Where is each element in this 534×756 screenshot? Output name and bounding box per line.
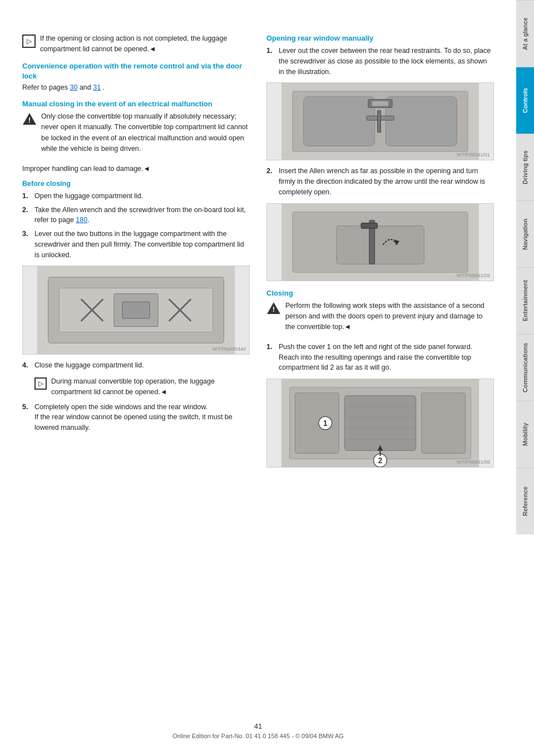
tab-entertainment[interactable]: Entertainment: [516, 267, 534, 334]
rear-window-img-label-2: WT/P00041/05: [457, 273, 490, 278]
step4-container: 4. Close the luggage compartment lid.: [22, 360, 250, 371]
svg-rect-29: [295, 393, 339, 454]
content-columns: If the opening or closing action is not …: [22, 33, 494, 473]
ref-link-180[interactable]: 180: [76, 216, 87, 224]
list-item: 3. Lever out the two buttons in the lugg…: [22, 229, 250, 260]
svg-rect-16: [378, 111, 381, 132]
rear-window-image-2: WT/P00041/05: [266, 203, 494, 281]
svg-rect-14: [385, 97, 457, 146]
closing-image: 1 2 WT/P00041/06: [266, 379, 494, 468]
list-item: 1. Open the luggage compartment lid.: [22, 191, 250, 202]
closing-img-label: WT/P00041/06: [457, 459, 490, 465]
sidebar-tabs: At a glance Controls Driving tips Naviga…: [516, 0, 534, 756]
rear-window-img-label-1: WT/P00041/01: [457, 152, 490, 158]
convenience-heading: Convenience operation with the remote co…: [22, 61, 250, 81]
before-closing-section: Before closing 1. Open the luggage compa…: [22, 180, 250, 261]
list-item: 1. Push the cover 1 on the left and righ…: [266, 342, 494, 373]
opening-rear-window-heading: Opening rear window manually: [266, 33, 494, 43]
warning-box-1: ! Only close the convertible top manuall…: [22, 111, 250, 159]
closing-steps-list: 1. Push the cover 1 on the left and righ…: [266, 342, 494, 373]
step5-text: Completely open the side windows and the…: [34, 402, 250, 433]
svg-text:2: 2: [378, 456, 383, 465]
tab-controls[interactable]: Controls: [516, 67, 534, 134]
tab-driving-tips[interactable]: Driving tips: [516, 134, 534, 200]
list-item: 2. Insert the Allen wrench as far as pos…: [266, 166, 494, 197]
notice-text-1: If the opening or closing action is not …: [40, 33, 250, 55]
svg-text:!: !: [28, 116, 31, 124]
list-item: 2. Take the Allen wrench and the screwdr…: [22, 205, 250, 226]
svg-text:1: 1: [323, 419, 328, 428]
ref-text: Refer to pages 30 and 31 .: [22, 84, 250, 91]
warning-box-closing: ! Perform the following work steps with …: [266, 301, 494, 337]
tab-reference[interactable]: Reference: [516, 468, 534, 534]
step5-item: 5. Completely open the side windows and …: [22, 402, 250, 433]
tab-mobility[interactable]: Mobility: [516, 401, 534, 468]
convenience-section: Convenience operation with the remote co…: [22, 61, 250, 91]
luggage-img-label: WT/P04/00440: [212, 346, 246, 352]
svg-rect-31: [344, 396, 416, 451]
step4-item: 4. Close the luggage compartment lid.: [22, 360, 250, 371]
list-item: 1. Lever out the cover between the rear …: [266, 46, 494, 77]
notice-box-1: If the opening or closing action is not …: [22, 33, 250, 55]
ref-link-31[interactable]: 31: [93, 84, 101, 91]
rear-window-svg-1: [267, 83, 493, 160]
tab-navigation[interactable]: Navigation: [516, 200, 534, 267]
warning-icon-1: !: [22, 112, 37, 125]
manual-closing-heading: Manual closing in the event of an electr…: [22, 99, 250, 109]
tab-communications[interactable]: Communications: [516, 334, 534, 401]
arrow-icon-1: [22, 35, 36, 48]
page-number: 41: [0, 722, 516, 730]
opening-rear-window-section: Opening rear window manually 1. Lever ou…: [266, 33, 494, 281]
left-column: If the opening or closing action is not …: [22, 33, 250, 473]
notice-box-2: During manual convertible top operation,…: [34, 376, 250, 397]
page-footer: 41 Online Edition for Part-No. 01 41 0 1…: [0, 722, 516, 739]
warning-icon-closing: !: [266, 302, 281, 315]
notice-text-2: During manual convertible top operation,…: [51, 376, 250, 397]
tab-at-a-glance[interactable]: At a glance: [516, 0, 534, 67]
closing-section: Closing ! Perform the following work ste…: [266, 289, 494, 468]
before-closing-list: 1. Open the luggage compartment lid. 2. …: [22, 191, 250, 261]
svg-text:!: !: [273, 305, 275, 313]
rear-window-image-1: WT/P00041/01: [266, 82, 494, 160]
opening-steps-list: 1. Lever out the cover between the rear …: [266, 46, 494, 77]
svg-rect-21: [337, 225, 424, 264]
damage-text: Improper handling can lead to damage.◄: [22, 164, 250, 174]
warning-text-1: Only close the convertible top manually …: [41, 111, 250, 155]
luggage-compartment-image: WT/P04/00440: [22, 266, 250, 355]
svg-rect-23: [361, 223, 378, 228]
manual-closing-section: Manual closing in the event of an electr…: [22, 99, 250, 174]
svg-rect-18: [372, 101, 389, 106]
closing-svg: 1 2: [267, 379, 493, 467]
footer-text: Online Edition for Part-No. 01 41 0 158 …: [0, 733, 516, 739]
svg-rect-10: [122, 302, 150, 319]
rear-window-svg-2: [267, 204, 493, 281]
closing-heading: Closing: [266, 289, 494, 297]
closing-warning-text: Perform the following work steps with th…: [285, 301, 494, 333]
arrow-icon-2: [34, 377, 47, 390]
svg-rect-13: [304, 97, 375, 146]
right-column: Opening rear window manually 1. Lever ou…: [266, 33, 494, 473]
opening-steps-list-2: 2. Insert the Allen wrench as far as pos…: [266, 166, 494, 197]
before-closing-heading: Before closing: [22, 180, 250, 188]
step2-text: Take the Allen wrench and the screwdrive…: [34, 205, 250, 226]
luggage-svg: [23, 266, 249, 354]
svg-rect-30: [422, 393, 466, 454]
main-content: If the opening or closing action is not …: [0, 0, 516, 495]
ref-link-30[interactable]: 30: [70, 84, 77, 91]
